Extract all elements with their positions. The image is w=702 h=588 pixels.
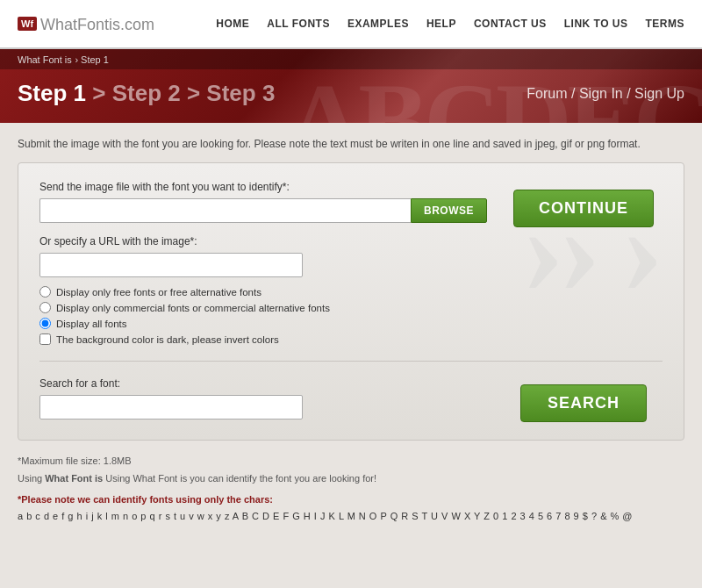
step-title: Step 1 > Step 2 > Step 3: [18, 80, 275, 107]
url-input[interactable]: [39, 253, 303, 277]
main-content: Submit the image with the font you are l…: [0, 123, 702, 539]
file-input-row: BROWSE: [39, 198, 487, 223]
section-divider: [39, 361, 663, 362]
intro-text: Submit the image with the font you are l…: [18, 136, 684, 152]
nav-item-home[interactable]: HOME: [216, 18, 249, 30]
continue-right: CONTINUE: [505, 181, 663, 227]
radio-commercial[interactable]: Display only commercial fonts or commerc…: [39, 302, 487, 313]
logo-text: WhatFontis.com: [40, 12, 154, 35]
breadcrumb-parent[interactable]: What Font is: [18, 54, 72, 65]
form-panel: ›› › Send the image file with the font y…: [18, 162, 684, 441]
search-input[interactable]: [39, 395, 303, 419]
file-text-input[interactable]: [39, 198, 411, 223]
max-file-text: *Maximum file size: 1.8MB: [18, 453, 684, 470]
footer-info: *Maximum file size: 1.8MB Using What Fon…: [18, 453, 684, 526]
search-button[interactable]: SEARCH: [520, 384, 647, 422]
main-nav: HOMEALL FONTSEXAMPLESHELPCONTACT USLINK …: [216, 18, 684, 30]
nav-item-help[interactable]: HELP: [426, 18, 456, 30]
continue-button[interactable]: CONTINUE: [513, 190, 654, 227]
logo: Wf WhatFontis.com: [18, 12, 154, 35]
radio-free-label: Display only free fonts or free alternat…: [56, 287, 261, 298]
hero-content: ABCDEG Step 1 > Step 2 > Step 3 Forum / …: [0, 69, 702, 123]
nav-item-contact[interactable]: CONTACT US: [474, 18, 547, 30]
radio-commercial-input[interactable]: [39, 302, 51, 313]
nav-item-examples[interactable]: EXAMPLES: [347, 18, 409, 30]
file-section: Send the image file with the font you wa…: [39, 181, 663, 345]
radio-free[interactable]: Display only free fonts or free alternat…: [39, 286, 487, 298]
url-label: Or specify a URL with the image*:: [39, 235, 487, 247]
search-right: SEARCH: [505, 377, 663, 422]
note-label: *Please note we can identify fonts using…: [18, 494, 273, 505]
hero-band: What Font is › Step 1 ABCDEG Step 1 > St…: [0, 49, 702, 123]
logo-badge: Wf: [18, 17, 37, 31]
radio-all-label: Display all fonts: [56, 319, 127, 329]
radio-free-input[interactable]: [39, 286, 51, 298]
browse-button[interactable]: BROWSE: [411, 198, 487, 223]
checkbox-invert-label: The background color is dark, please inv…: [56, 334, 279, 345]
tagline-text: Using What Font is Using What Font is yo…: [18, 470, 684, 488]
step2-label: > Step 2 > Step 3: [92, 80, 275, 106]
file-left: Send the image file with the font you wa…: [39, 181, 487, 345]
nav-item-terms[interactable]: TERMS: [646, 18, 685, 30]
nav-item-all-fonts[interactable]: ALL FONTS: [267, 18, 330, 30]
chars-row: a b c d e f g h i j k l m n o p q r s t …: [18, 508, 684, 526]
radio-all[interactable]: Display all fonts: [39, 318, 487, 329]
file-label: Send the image file with the font you wa…: [39, 181, 487, 193]
search-label: Search for a font:: [39, 377, 487, 390]
site-header: Wf WhatFontis.com HOMEALL FONTSEXAMPLESH…: [0, 0, 702, 49]
nav-item-link-to-us[interactable]: LINK TO US: [564, 18, 628, 30]
breadcrumb-current: Step 1: [81, 54, 109, 65]
brand-emphasis: What Font is: [45, 473, 103, 484]
search-section: Search for a font: SEARCH: [39, 377, 663, 422]
step1-label: Step 1: [18, 80, 86, 106]
radio-group: Display only free fonts or free alternat…: [39, 286, 487, 345]
hero-watermark: ABCDEG: [287, 61, 702, 123]
checkbox-invert[interactable]: The background color is dark, please inv…: [39, 333, 487, 345]
search-left: Search for a font:: [39, 377, 487, 419]
radio-commercial-label: Display only commercial fonts or commerc…: [56, 303, 330, 313]
radio-all-input[interactable]: [39, 318, 51, 329]
checkbox-invert-input[interactable]: [39, 333, 51, 345]
